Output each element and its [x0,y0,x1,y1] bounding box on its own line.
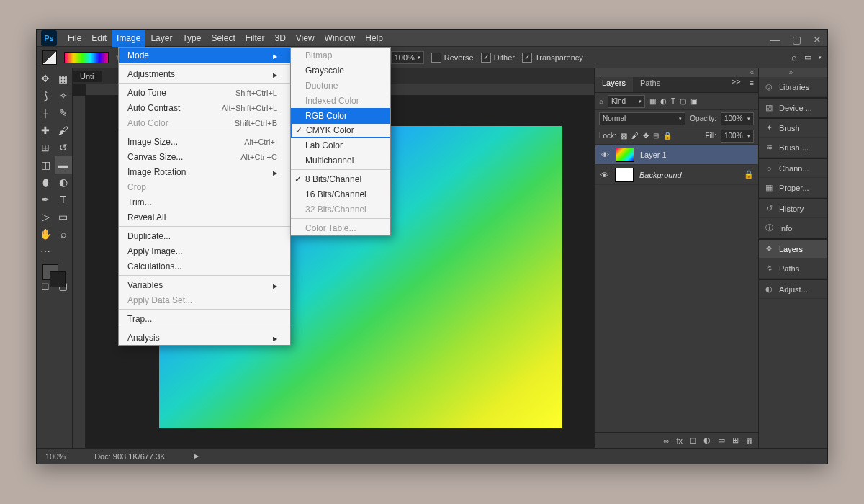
zoom-tool-icon[interactable]: ⌕ [55,225,73,243]
side-layers[interactable]: ❖Layers [759,238,827,258]
collapse-icon[interactable]: » [759,68,827,77]
mode-cmyk-color[interactable]: CMYK Color [291,123,390,138]
menu-3d[interactable]: 3D [269,30,290,47]
menuitem-variables[interactable]: Variables [119,277,290,292]
mode-rgb-color[interactable]: RGB Color [291,108,390,123]
mode-multichannel[interactable]: Multichannel [291,153,390,168]
pixel-filter-icon[interactable]: ▦ [649,97,656,105]
history-brush-icon[interactable]: ↺ [55,139,73,156]
brush-tool-icon[interactable]: 🖌 [55,122,73,139]
dodge-tool-icon[interactable]: ◐ [55,174,73,191]
lock-paint-icon[interactable]: 🖌 [631,132,639,140]
tab-layers[interactable]: Layers [595,77,633,92]
path-tool-icon[interactable]: ▷ [37,208,55,225]
mode-grayscale[interactable]: Grayscale [291,63,390,78]
eyedropper-tool-icon[interactable]: ✎ [55,104,73,122]
hand-tool-icon[interactable]: ✋ [37,225,55,243]
menuitem-reveal-all[interactable]: Reveal All [119,210,290,225]
side-adjust-[interactable]: ◐Adjust... [759,279,827,299]
side-proper-[interactable]: ▦Proper... [759,178,827,198]
menuitem-image-size-[interactable]: Image Size...Alt+Ctrl+I [119,134,290,149]
side-brush-[interactable]: ≋Brush ... [759,138,827,158]
fill-adj-icon[interactable]: ◐ [703,436,711,445]
layer-row[interactable]: 👁Layer 1 [595,145,758,165]
smart-filter-icon[interactable]: ▣ [690,97,697,105]
side-paths[interactable]: ↯Paths [759,258,827,279]
gradient-tool-icon[interactable]: ▬ [55,156,73,174]
menuitem-duplicate-[interactable]: Duplicate... [119,228,290,243]
panel-more-icon[interactable]: >> [727,77,745,92]
tab-paths[interactable]: Paths [633,77,667,92]
side-info[interactable]: ⓘInfo [759,218,827,238]
shape-tool-icon[interactable]: ▭ [55,208,73,225]
healing-tool-icon[interactable]: ✚ [37,122,55,139]
menu-filter[interactable]: Filter [240,30,270,47]
lock-nest-icon[interactable]: ⊟ [653,132,659,140]
menuitem-auto-contrast[interactable]: Auto ContrastAlt+Shift+Ctrl+L [119,100,290,115]
reverse-checkbox[interactable]: Reverse [431,53,474,63]
lasso-tool-icon[interactable]: ⟆ [37,87,55,104]
dither-checkbox[interactable]: Dither [481,53,515,63]
filter-select[interactable]: Kind▾ [608,95,645,108]
panel-menu-icon[interactable]: ≡ [745,77,758,92]
pen-tool-icon[interactable]: ✒ [37,191,55,208]
side-device-[interactable]: ▧Device ... [759,97,827,117]
visibility-icon[interactable]: 👁 [599,171,609,179]
search-icon[interactable]: ⌕ [791,52,797,63]
menu-file[interactable]: File [63,30,86,47]
menuitem-calculations-[interactable]: Calculations... [119,258,290,274]
menuitem-trim-[interactable]: Trim... [119,194,290,210]
trash-icon[interactable]: 🗑 [746,436,754,445]
collapse-icon[interactable]: « [595,68,758,77]
transparency-checkbox[interactable]: Transparency [522,53,583,63]
minimize-icon[interactable]: — [770,34,780,45]
menu-layer[interactable]: Layer [145,30,177,47]
menu-help[interactable]: Help [360,30,388,47]
color-swatches[interactable] [37,260,72,294]
menu-type[interactable]: Type [177,30,206,47]
marquee-tool-icon[interactable]: ▦ [55,70,73,87]
shape-filter-icon[interactable]: ▢ [680,97,686,105]
blend-select[interactable]: Normal▾ [599,112,685,125]
eraser-tool-icon[interactable]: ◫ [37,156,55,174]
wand-tool-icon[interactable]: ✧ [55,87,73,104]
menuitem-image-rotation[interactable]: Image Rotation [119,164,290,179]
menu-image[interactable]: Image [112,30,145,47]
menu-window[interactable]: Window [320,30,361,47]
layer-opacity-field[interactable]: 100%▾ [721,112,754,125]
stamp-tool-icon[interactable]: ⊞ [37,139,55,156]
gradient-preview[interactable] [64,52,109,63]
menu-view[interactable]: View [291,30,320,47]
fx-icon[interactable]: fx [676,436,683,445]
link-icon[interactable]: ∞ [664,436,670,445]
workspace-icon[interactable]: ▭ [804,53,811,62]
side-brush[interactable]: ✦Brush [759,117,827,138]
document-tab[interactable]: Unti [73,71,102,82]
side-chann-[interactable]: ○Chann... [759,158,827,178]
side-libraries[interactable]: ◎Libraries [759,77,827,97]
type-tool-icon[interactable]: T [55,191,73,208]
opacity-field[interactable]: 100%▾ [391,51,424,64]
menuitem-canvas-size-[interactable]: Canvas Size...Alt+Ctrl+C [119,149,290,164]
menu-edit[interactable]: Edit [86,30,112,47]
side-history[interactable]: ↺History [759,198,827,218]
menuitem-mode[interactable]: Mode [119,48,290,63]
layer-row[interactable]: 👁Background🔒 [595,165,758,185]
new-layer-icon[interactable]: ⊞ [732,436,739,445]
menuitem-apply-image-[interactable]: Apply Image... [119,243,290,258]
zoom-value[interactable]: 100% [45,452,66,461]
mode--bits-channel[interactable]: 16 Bits/Channel [291,186,390,202]
mask-icon[interactable]: ◻ [690,436,696,445]
menu-select[interactable]: Select [206,30,240,47]
mode-lab-color[interactable]: Lab Color [291,138,390,153]
lock-trans-icon[interactable]: ▩ [621,132,627,140]
crop-tool-icon[interactable]: ⟊ [37,104,55,122]
blur-tool-icon[interactable]: ⬮ [37,174,55,191]
visibility-icon[interactable]: 👁 [600,150,610,159]
menuitem-trap-[interactable]: Trap... [119,311,290,326]
tool-preset-icon[interactable] [42,50,57,65]
menuitem-adjustments[interactable]: Adjustments [119,66,290,81]
close-icon[interactable]: ✕ [813,34,822,45]
menuitem-analysis[interactable]: Analysis [119,330,290,345]
maximize-icon[interactable]: ▢ [792,34,801,45]
